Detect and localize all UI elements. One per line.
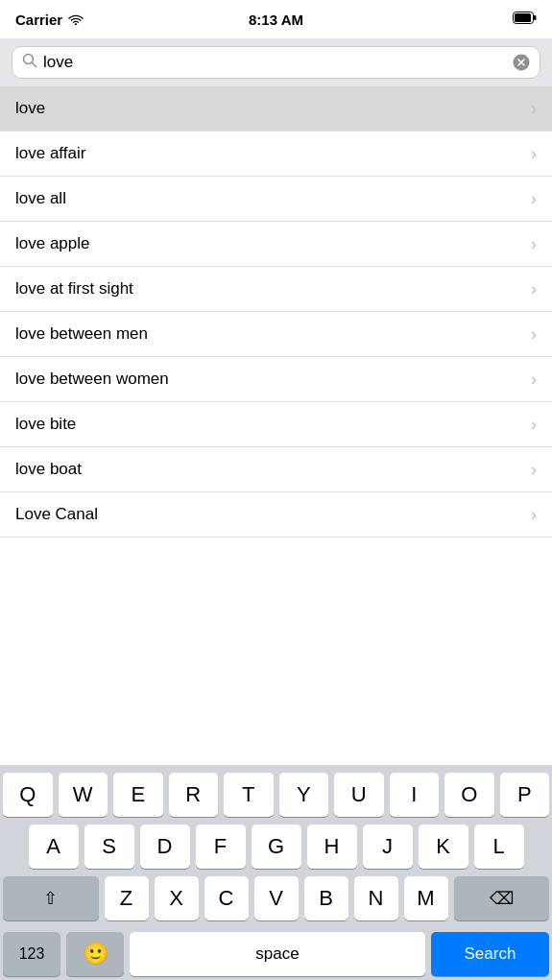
key-x[interactable]: X (155, 876, 199, 920)
key-k[interactable]: K (419, 825, 468, 869)
emoji-key[interactable]: 🙂 (66, 932, 124, 976)
battery-icon (513, 11, 537, 28)
carrier-text: Carrier (15, 12, 62, 28)
key-r[interactable]: R (169, 773, 219, 817)
status-time: 8:13 AM (249, 12, 303, 28)
space-key[interactable]: space (130, 932, 425, 976)
results-list: love›love affair›love all›love apple›lov… (0, 86, 552, 538)
status-bar: Carrier 8:13 AM (0, 0, 552, 38)
key-t[interactable]: T (224, 773, 274, 817)
numbers-key[interactable]: 123 (3, 932, 60, 976)
result-item[interactable]: love between men› (0, 312, 552, 357)
keyboard-bottom-row: 123 🙂 space Search (0, 932, 552, 980)
search-bar-container (0, 38, 552, 86)
key-y[interactable]: Y (279, 773, 329, 817)
result-item-text: love affair (15, 144, 85, 163)
result-item-text: love between women (15, 370, 169, 389)
chevron-right-icon: › (531, 100, 537, 117)
search-clear-button[interactable] (513, 54, 530, 71)
chevron-right-icon: › (531, 325, 537, 343)
result-item[interactable]: love apple› (0, 222, 552, 267)
result-item[interactable]: love bite› (0, 402, 552, 447)
chevron-right-icon: › (531, 506, 537, 523)
result-item[interactable]: love› (0, 86, 552, 131)
chevron-right-icon: › (531, 280, 537, 298)
delete-key[interactable]: ⌫ (454, 876, 550, 920)
delete-icon: ⌫ (490, 888, 514, 909)
key-i[interactable]: I (390, 773, 440, 817)
result-item-text: love (15, 99, 45, 118)
key-a[interactable]: A (29, 825, 79, 869)
carrier-wifi: Carrier (15, 12, 84, 28)
result-item-text: love at first sight (15, 279, 133, 299)
result-item[interactable]: love boat› (0, 447, 552, 492)
result-item-text: love apple (15, 234, 90, 253)
search-bar[interactable] (12, 46, 540, 79)
chevron-right-icon: › (531, 190, 537, 207)
keyboard-row-2: ASDFGHJKL (3, 825, 549, 869)
key-d[interactable]: D (140, 825, 190, 869)
chevron-right-icon: › (531, 370, 537, 388)
chevron-right-icon: › (531, 416, 537, 433)
search-input[interactable] (43, 53, 507, 72)
emoji-icon: 🙂 (83, 942, 108, 967)
result-item[interactable]: love affair› (0, 131, 552, 177)
search-key[interactable]: Search (431, 932, 549, 976)
wifi-icon (68, 12, 84, 28)
result-item-text: love bite (15, 415, 76, 434)
key-p[interactable]: P (500, 773, 550, 817)
result-item-text: love all (15, 189, 66, 208)
result-item[interactable]: love between women› (0, 357, 552, 402)
key-v[interactable]: V (254, 876, 299, 920)
result-item[interactable]: Love Canal› (0, 492, 552, 538)
key-c[interactable]: C (204, 876, 249, 920)
key-u[interactable]: U (334, 773, 384, 817)
key-n[interactable]: N (354, 876, 398, 920)
key-e[interactable]: E (113, 773, 163, 817)
svg-line-5 (33, 63, 36, 67)
shift-icon: ⇧ (43, 888, 58, 909)
chevron-right-icon: › (531, 235, 537, 252)
search-icon (22, 53, 37, 72)
key-w[interactable]: W (59, 773, 108, 817)
key-f[interactable]: F (196, 825, 246, 869)
shift-key[interactable]: ⇧ (3, 876, 99, 920)
svg-rect-3 (515, 13, 531, 22)
key-b[interactable]: B (304, 876, 348, 920)
keyboard-row-3: ⇧ ZXCVBNM ⌫ (3, 876, 549, 920)
chevron-right-icon: › (531, 145, 537, 162)
key-q[interactable]: Q (3, 773, 53, 817)
svg-rect-2 (534, 15, 537, 20)
result-item-text: love boat (15, 460, 82, 479)
key-h[interactable]: H (307, 825, 357, 869)
result-item-text: Love Canal (15, 505, 98, 524)
key-o[interactable]: O (444, 773, 494, 817)
keyboard: QWERTYUIOP ASDFGHJKL ⇧ ZXCVBNM ⌫ 123 🙂 s… (0, 765, 552, 980)
key-j[interactable]: J (363, 825, 413, 869)
svg-point-0 (75, 23, 77, 25)
result-item-text: love between men (15, 324, 148, 344)
keyboard-row-1: QWERTYUIOP (3, 773, 549, 817)
key-l[interactable]: L (474, 825, 524, 869)
result-item[interactable]: love all› (0, 177, 552, 222)
key-z[interactable]: Z (105, 876, 149, 920)
result-item[interactable]: love at first sight› (0, 267, 552, 312)
key-s[interactable]: S (84, 825, 134, 869)
battery-area (513, 11, 537, 28)
key-g[interactable]: G (252, 825, 301, 869)
chevron-right-icon: › (531, 461, 537, 478)
key-m[interactable]: M (404, 876, 448, 920)
